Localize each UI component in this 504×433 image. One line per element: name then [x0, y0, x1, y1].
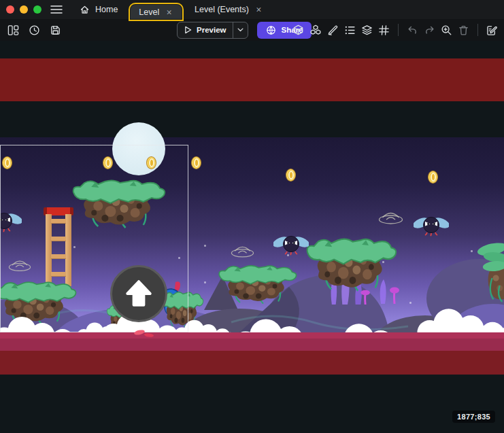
tab-strip: Home Level ✕ Level (Events) ✕: [71, 0, 272, 19]
preview-button-label: Preview: [197, 26, 226, 34]
tab-label: Level: [139, 7, 159, 17]
tab-label: Level (Events): [195, 5, 249, 14]
instance-properties-button[interactable]: [343, 24, 356, 37]
divider: [477, 24, 478, 36]
toolbar-left-group: [7, 19, 62, 41]
scene-editor-canvas[interactable]: 1877;835: [0, 41, 504, 433]
cube-icon: [292, 24, 304, 36]
redo-button[interactable]: [423, 24, 436, 37]
toolbar-right-group: [292, 19, 499, 41]
fullscreen-window-button[interactable]: [33, 5, 41, 14]
undo-icon: [407, 24, 418, 36]
scene-properties-button[interactable]: [486, 24, 499, 37]
ground-dark-red-band[interactable]: [0, 351, 504, 375]
preview-split-button: Preview: [177, 22, 248, 39]
tab-label: Home: [95, 5, 118, 14]
tab-level-events[interactable]: Level (Events) ✕: [186, 0, 272, 19]
objects-panel-button[interactable]: [292, 24, 305, 37]
chevron-down-icon: [237, 28, 243, 32]
camera-frame-border: [0, 145, 188, 332]
preview-button[interactable]: Preview: [178, 22, 233, 38]
minimize-window-button[interactable]: [20, 5, 28, 14]
history-button[interactable]: [28, 24, 41, 37]
redo-icon: [424, 24, 435, 36]
toolbar: Preview Share: [0, 19, 504, 41]
object-groups-button[interactable]: [309, 24, 322, 37]
ground-crimson-band[interactable]: [0, 332, 504, 351]
cursor-coordinates-badge: 1877;835: [452, 411, 495, 423]
paint-splat: [133, 329, 156, 339]
zoom-in-icon: [441, 24, 452, 36]
tab-home[interactable]: Home: [71, 0, 127, 19]
trash-icon: [458, 24, 469, 36]
close-window-button[interactable]: [6, 5, 14, 14]
save-icon: [50, 24, 61, 36]
edit-object-button[interactable]: [326, 24, 339, 37]
main-menu-icon[interactable]: [50, 5, 63, 14]
application-window: Home Level ✕ Level (Events) ✕: [0, 0, 504, 433]
clock-icon: [29, 24, 40, 36]
layers-icon: [361, 24, 373, 36]
window-controls: [6, 5, 41, 14]
undo-button[interactable]: [406, 24, 419, 37]
cloud-sprite: [416, 306, 504, 334]
globe-icon: [266, 25, 276, 35]
object-groups-icon: [309, 24, 322, 36]
panels-icon: [7, 24, 19, 36]
zoom-in-button[interactable]: [440, 24, 453, 37]
scene-edit-icon: [486, 24, 498, 36]
instance-list-icon: [344, 24, 356, 36]
delete-button[interactable]: [457, 24, 470, 37]
preview-options-button[interactable]: [233, 22, 248, 38]
play-icon: [184, 26, 192, 34]
titlebar: Home Level ✕ Level (Events) ✕: [0, 0, 504, 19]
close-tab-icon[interactable]: ✕: [165, 7, 173, 17]
editors-panel-button[interactable]: [7, 24, 20, 37]
grid-icon: [378, 24, 390, 36]
close-tab-icon[interactable]: ✕: [254, 5, 263, 14]
save-button[interactable]: [49, 24, 62, 37]
tab-level[interactable]: Level ✕: [131, 5, 182, 19]
grid-settings-button[interactable]: [377, 24, 390, 37]
pencil-icon: [327, 24, 339, 36]
layers-panel-button[interactable]: [360, 24, 373, 37]
out-of-scene-area-bottom: [0, 375, 504, 433]
home-icon: [80, 5, 90, 15]
divider: [398, 24, 399, 36]
